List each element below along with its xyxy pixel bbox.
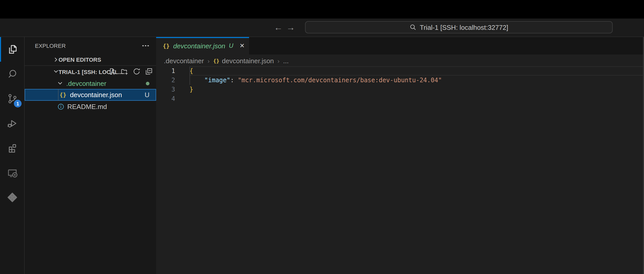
activity-item-explorer[interactable] [0, 37, 24, 62]
file-name: devcontainer.json [70, 91, 145, 99]
code-editor[interactable]: 1{2 "image": "mcr.microsoft.com/devconta… [156, 66, 644, 103]
collapse-folders-button[interactable] [145, 67, 153, 76]
tree-indent-guide [58, 89, 59, 101]
activity-item-marketplace-diamond[interactable] [0, 185, 24, 210]
line-number: 4 [156, 94, 175, 103]
folder-name: .devcontainer [66, 79, 106, 87]
current-line-highlight [190, 66, 644, 76]
code-line[interactable]: 3} [156, 85, 644, 94]
open-editors-section-header[interactable]: OPEN EDITORS [25, 54, 156, 66]
line-number: 2 [156, 76, 175, 85]
source-control-badge: 1 [13, 99, 22, 108]
search-icon [410, 24, 417, 31]
tree-item-devcontainer-json[interactable]: {} devcontainer.json U [25, 89, 156, 101]
run-and-debug-icon [6, 117, 18, 130]
activity-item-run-debug[interactable] [0, 111, 24, 136]
line-content: "image": "mcr.microsoft.com/devcontainer… [175, 76, 442, 85]
activity-bar: 1 [0, 37, 25, 274]
refresh-icon [132, 67, 141, 76]
chevron-down-icon [52, 67, 60, 76]
git-status-dot [146, 82, 149, 85]
vscode-window: ← → Trial-1 [SSH: localhost:32772] [0, 0, 644, 274]
explorer-actions [108, 67, 153, 76]
breadcrumb-file[interactable]: devcontainer.json [222, 57, 274, 65]
explorer-files-icon [6, 43, 18, 56]
sidebar-title: EXPLORER [35, 42, 141, 49]
indent-guide [190, 67, 190, 85]
workbench-body: 1 [0, 37, 644, 274]
git-untracked-badge: U [145, 91, 149, 99]
line-content: } [175, 85, 193, 94]
code-line[interactable]: 2 "image": "mcr.microsoft.com/devcontain… [156, 76, 644, 85]
tab-git-badge: U [229, 42, 233, 49]
info-file-icon [57, 103, 65, 110]
tab-label: devcontainer.json [173, 42, 225, 50]
explorer-sidebar: EXPLORER OPEN EDITORS TRIAL-1 [SSH: LOCA… [25, 37, 156, 274]
line-number: 3 [156, 85, 175, 94]
json-file-icon: {} [213, 58, 219, 64]
activity-item-source-control[interactable]: 1 [0, 86, 24, 111]
new-file-button[interactable] [108, 67, 116, 76]
activity-item-extensions[interactable] [0, 136, 24, 160]
chevron-down-icon [56, 79, 64, 87]
command-center-text: Trial-1 [SSH: localhost:32772] [420, 23, 508, 31]
file-name: README.md [67, 103, 107, 110]
workspace-section-header[interactable]: TRIAL-1 [SSH: LOCAL... [25, 66, 156, 78]
new-file-icon [108, 67, 116, 76]
more-actions-icon[interactable] [141, 41, 150, 50]
navigate-forward-button[interactable]: → [286, 20, 296, 35]
new-folder-icon [120, 67, 128, 76]
line-content [175, 94, 190, 103]
new-folder-button[interactable] [120, 67, 128, 76]
breadcrumb-separator: › [278, 57, 280, 65]
json-file-icon: {} [163, 42, 170, 49]
remote-explorer-icon [6, 167, 18, 179]
line-number: 1 [156, 66, 175, 76]
search-icon [6, 68, 18, 80]
breadcrumb-folder[interactable]: .devcontainer [164, 57, 204, 65]
editor-group: {} devcontainer.json U ✕ .devcontainer ›… [156, 37, 644, 274]
diamond-extension-icon [6, 191, 18, 204]
activity-item-search[interactable] [0, 62, 24, 86]
command-center[interactable]: Trial-1 [SSH: localhost:32772] [305, 21, 613, 33]
breadcrumb-separator: › [207, 57, 210, 65]
tab-bar: {} devcontainer.json U ✕ [156, 37, 644, 55]
extensions-icon [6, 142, 18, 154]
file-tree: .devcontainer {} devcontainer.json U RE [25, 78, 156, 112]
json-file-icon: {} [60, 92, 67, 98]
tab-close-icon[interactable]: ✕ [238, 42, 246, 50]
tree-item-devcontainer-folder[interactable]: .devcontainer [25, 78, 156, 89]
refresh-explorer-button[interactable] [132, 67, 141, 76]
collapse-all-icon [145, 67, 153, 76]
open-editors-label: OPEN EDITORS [59, 57, 101, 63]
breadcrumb: .devcontainer › {} devcontainer.json › .… [156, 55, 644, 67]
title-bar: ← → Trial-1 [SSH: localhost:32772] [0, 19, 644, 37]
menu-bar-black-strip [0, 0, 644, 19]
tree-item-readme[interactable]: README.md [25, 101, 156, 112]
code-line[interactable]: 4 [156, 94, 644, 103]
chevron-right-icon [52, 56, 60, 64]
breadcrumb-more[interactable]: ... [283, 57, 289, 65]
tab-devcontainer-json[interactable]: {} devcontainer.json U ✕ [156, 37, 249, 54]
sidebar-header: EXPLORER [25, 37, 156, 54]
navigate-back-button[interactable]: ← [273, 20, 283, 35]
activity-item-remote-explorer[interactable] [0, 160, 24, 185]
